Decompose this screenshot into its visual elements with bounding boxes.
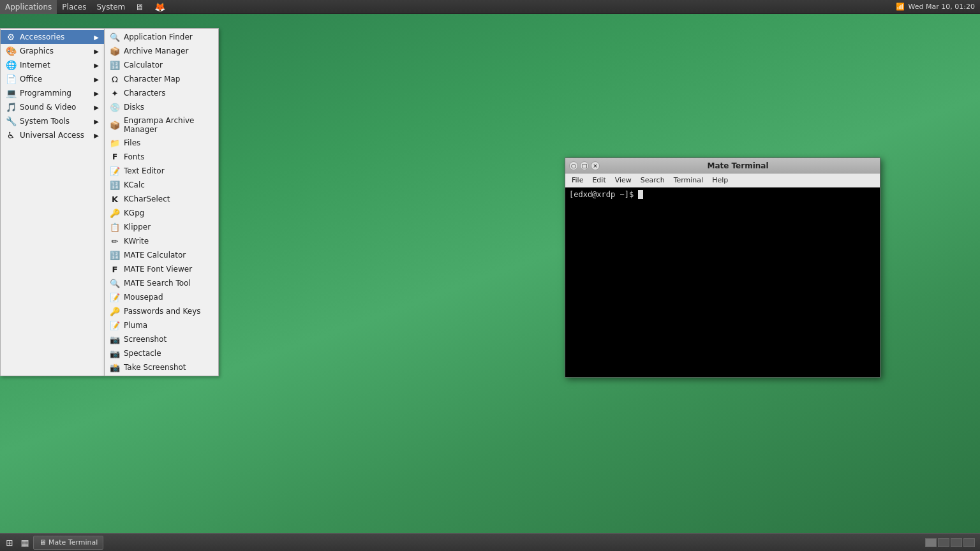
terminal-close-btn[interactable]: ×: [591, 161, 600, 170]
acc-app-finder[interactable]: 🔍 Application Finder: [105, 30, 218, 44]
acc-kwrite[interactable]: ✏ KWrite: [105, 234, 218, 248]
acc-passwords-label: Passwords and Keys: [124, 307, 201, 316]
terminal-minimize-btn[interactable]: ○: [569, 161, 578, 170]
app-menu: ⚙ Accessories ▶ 🎨 Graphics ▶ 🌐 Internet …: [0, 28, 219, 376]
mate-calculator-icon: 🔢: [110, 250, 120, 260]
acc-screenshot[interactable]: 📷 Screenshot: [105, 332, 218, 346]
applications-menu[interactable]: Applications: [0, 0, 57, 14]
acc-take-screenshot[interactable]: 📸 Take Screenshot: [105, 360, 218, 374]
terminal-view-menu[interactable]: View: [611, 175, 635, 186]
mousepad-icon: 📝: [110, 292, 120, 302]
screenshot-icon: 📷: [110, 334, 120, 344]
kcalc-icon: 🔢: [110, 180, 120, 190]
terminal-maximize-btn[interactable]: □: [580, 161, 589, 170]
klipper-icon: 📋: [110, 222, 120, 232]
acc-archive-manager[interactable]: 📦 Archive Manager: [105, 44, 218, 58]
acc-kwrite-label: KWrite: [124, 237, 149, 246]
kwrite-icon: ✏: [110, 236, 120, 246]
pager-workspace1[interactable]: [925, 538, 937, 547]
cat-universal-access[interactable]: ♿ Universal Access ▶: [1, 128, 104, 142]
taskbar-show-desktop[interactable]: ⊞: [3, 536, 17, 550]
acc-passwords[interactable]: 🔑 Passwords and Keys: [105, 304, 218, 318]
terminal-search-menu[interactable]: Search: [637, 175, 669, 186]
acc-calculator[interactable]: 🔢 Calculator: [105, 58, 218, 72]
acc-mousepad[interactable]: 📝 Mousepad: [105, 290, 218, 304]
mate-search-icon: 🔍: [110, 278, 120, 288]
acc-mate-calculator-label: MATE Calculator: [124, 251, 186, 260]
acc-disks[interactable]: 💿 Disks: [105, 100, 218, 114]
acc-klipper-label: Klipper: [124, 223, 151, 231]
cat-system-tools[interactable]: 🔧 System Tools ▶: [1, 114, 104, 128]
taskbar-left: ⊞ ▦ 🖥 Mate Terminal: [0, 536, 106, 550]
universal-access-icon: ♿: [6, 130, 16, 140]
taskbar-terminal-icon: 🖥: [39, 538, 46, 547]
clock: Wed Mar 10, 01:20: [909, 3, 975, 11]
archive-manager-icon: 📦: [110, 46, 120, 56]
acc-mousepad-label: Mousepad: [124, 293, 163, 302]
terminal-terminal-menu[interactable]: Terminal: [670, 175, 708, 186]
passwords-icon: 🔑: [110, 306, 120, 316]
terminal-file-menu[interactable]: File: [568, 175, 587, 186]
acc-kcalc[interactable]: 🔢 KCalc: [105, 178, 218, 192]
cat-accessories[interactable]: ⚙ Accessories ▶: [1, 30, 104, 44]
acc-spectacle[interactable]: 📷 Spectacle: [105, 346, 218, 360]
acc-characters[interactable]: ✦ Characters: [105, 86, 218, 100]
fonts-icon: F: [110, 152, 120, 162]
acc-mate-font-viewer[interactable]: F MATE Font Viewer: [105, 262, 218, 276]
cat-universal-access-label: Universal Access: [20, 131, 84, 140]
acc-characters-label: Characters: [124, 89, 166, 98]
taskbar-terminal-button[interactable]: 🖥 Mate Terminal: [33, 536, 103, 550]
acc-fonts[interactable]: F Fonts: [105, 150, 218, 164]
acc-character-map[interactable]: Ω Character Map: [105, 72, 218, 86]
spectacle-icon: 📷: [110, 348, 120, 358]
places-menu[interactable]: Places: [57, 0, 91, 14]
terminal-window: ○ □ × Mate Terminal File Edit View Searc…: [565, 158, 880, 378]
terminal-menubar: File Edit View Search Terminal Help: [565, 173, 880, 187]
engrampa-icon: 📦: [110, 120, 120, 130]
acc-disks-label: Disks: [124, 103, 144, 112]
acc-text-editor[interactable]: 📝 Text Editor: [105, 164, 218, 178]
cat-system-tools-label: System Tools: [20, 117, 70, 126]
cat-sound-video-label: Sound & Video: [20, 103, 76, 112]
universal-access-arrow: ▶: [94, 132, 99, 139]
taskbar-icon2[interactable]: ▦: [18, 536, 32, 550]
terminal-help-menu[interactable]: Help: [708, 175, 732, 186]
acc-kcharselect[interactable]: K KCharSelect: [105, 192, 218, 206]
internet-arrow: ▶: [94, 62, 99, 69]
take-screenshot-icon: 📸: [110, 362, 120, 372]
acc-files-label: Files: [124, 138, 140, 147]
acc-kgpg[interactable]: 🔑 KGpg: [105, 206, 218, 220]
acc-mate-search[interactable]: 🔍 MATE Search Tool: [105, 276, 218, 290]
terminal-title: Mate Terminal: [600, 161, 876, 170]
system-menu[interactable]: System: [91, 0, 130, 14]
top-panel-right: 📶 Wed Mar 10, 01:20: [891, 3, 980, 11]
mate-font-viewer-icon: F: [110, 264, 120, 274]
acc-mate-calculator[interactable]: 🔢 MATE Calculator: [105, 248, 218, 262]
cat-graphics[interactable]: 🎨 Graphics ▶: [1, 44, 104, 58]
cat-sound-video[interactable]: 🎵 Sound & Video ▶: [1, 100, 104, 114]
graphics-arrow: ▶: [94, 48, 99, 55]
acc-files[interactable]: 📁 Files: [105, 136, 218, 150]
pager-workspace2[interactable]: [938, 538, 949, 547]
kcharselect-icon: K: [110, 194, 120, 204]
calculator-icon: 🔢: [110, 60, 120, 70]
terminal-edit-menu[interactable]: Edit: [588, 175, 609, 186]
workspace-pager: [925, 538, 975, 547]
cat-internet[interactable]: 🌐 Internet ▶: [1, 58, 104, 72]
top-panel-menus: Applications Places System 🖥 🦊: [0, 0, 170, 14]
accessories-arrow: ▶: [94, 34, 99, 41]
cat-office[interactable]: 📄 Office ▶: [1, 72, 104, 86]
pager-workspace4[interactable]: [963, 538, 975, 547]
acc-pluma[interactable]: 📝 Pluma: [105, 318, 218, 332]
panel-icon1[interactable]: 🖥: [130, 0, 149, 14]
panel-icon2[interactable]: 🦊: [149, 0, 170, 14]
acc-engrampa[interactable]: 📦 Engrampa Archive Manager: [105, 114, 218, 136]
taskbar: ⊞ ▦ 🖥 Mate Terminal: [0, 533, 980, 551]
acc-klipper[interactable]: 📋 Klipper: [105, 220, 218, 234]
internet-icon: 🌐: [6, 60, 16, 70]
cat-programming[interactable]: 💻 Programming ▶: [1, 86, 104, 100]
acc-kgpg-label: KGpg: [124, 209, 144, 217]
terminal-body[interactable]: [edxd@xrdp ~]$: [565, 187, 880, 377]
cat-graphics-label: Graphics: [20, 47, 54, 55]
pager-workspace3[interactable]: [951, 538, 962, 547]
